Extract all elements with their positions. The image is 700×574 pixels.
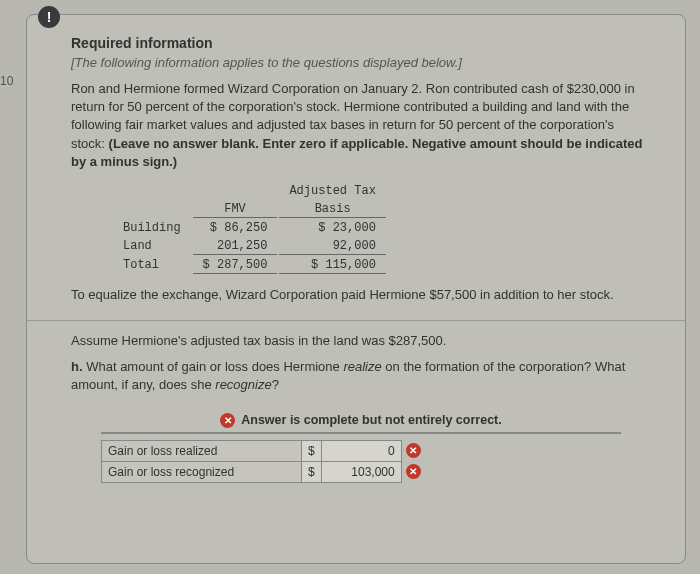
col-adjusted: Adjusted Tax [279, 183, 385, 199]
dollar-sign: $ [302, 461, 322, 482]
row-building-basis: $ 23,000 [279, 220, 385, 236]
col-fmv: FMV [193, 201, 278, 218]
question-part-a: What amount of gain or loss does Hermion… [83, 359, 344, 374]
answer-status-bar: ✕ Answer is complete but not entirely co… [101, 413, 621, 434]
x-icon: ✕ [406, 464, 421, 479]
row-land-fmv: 201,250 [193, 238, 278, 255]
equalize-text: To equalize the exchange, Wizard Corpora… [71, 286, 651, 304]
scenario-text: Ron and Hermione formed Wizard Corporati… [71, 80, 651, 171]
row-building-label: Building [113, 220, 191, 236]
realized-label: Gain or loss realized [102, 440, 302, 461]
col-basis: Basis [279, 201, 385, 218]
row-land-basis: 92,000 [279, 238, 385, 255]
question-ital-recognize: recognize [215, 377, 271, 392]
row-total-basis: $ 115,000 [279, 257, 385, 274]
required-info-title: Required information [71, 35, 651, 51]
assume-text: Assume Hermione's adjusted tax basis in … [71, 333, 651, 348]
table-row: Gain or loss realized $ 0 ✕ [102, 440, 428, 461]
fmv-table: Adjusted Tax FMV Basis Building $ 86,250… [111, 181, 388, 276]
realized-input[interactable]: 0 [321, 440, 401, 461]
question-part-c: ? [272, 377, 279, 392]
recognized-label: Gain or loss recognized [102, 461, 302, 482]
row-building-fmv: $ 86,250 [193, 220, 278, 236]
alert-icon: ! [38, 6, 60, 28]
question-ital-realize: realize [343, 359, 381, 374]
question-card: Required information [The following info… [26, 14, 686, 564]
page-number: 10 [0, 74, 13, 88]
x-icon: ✕ [406, 443, 421, 458]
table-row: Gain or loss recognized $ 103,000 ✕ [102, 461, 428, 482]
recognized-input[interactable]: 103,000 [321, 461, 401, 482]
row-total-fmv: $ 287,500 [193, 257, 278, 274]
question-h: h. What amount of gain or loss does Herm… [71, 358, 651, 394]
row-land-label: Land [113, 238, 191, 255]
answer-status-text: Answer is complete but not entirely corr… [241, 413, 501, 427]
question-prefix: h. [71, 359, 83, 374]
divider [27, 320, 686, 321]
row-total-label: Total [113, 257, 191, 274]
x-icon: ✕ [220, 413, 235, 428]
dollar-sign: $ [302, 440, 322, 461]
answer-table: Gain or loss realized $ 0 ✕ Gain or loss… [101, 440, 428, 483]
subtitle: [The following information applies to th… [71, 55, 651, 70]
body-bold: (Leave no answer blank. Enter zero if ap… [71, 136, 642, 169]
